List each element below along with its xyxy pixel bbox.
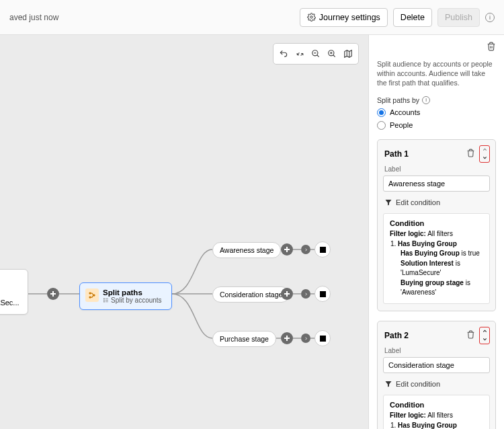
canvas[interactable]: ing ent umaSec... Split paths Split by a…	[0, 35, 368, 429]
edit-condition-button[interactable]: Edit condition	[378, 380, 495, 395]
publish-button: Publish	[437, 8, 480, 27]
add-node-button[interactable]	[281, 332, 293, 344]
radio-icon	[377, 108, 386, 117]
svg-rect-27	[103, 301, 105, 303]
add-node-button[interactable]	[47, 288, 59, 300]
path-card-2: Path 2 Label Edit condition Condition Fi…	[377, 321, 496, 429]
path-card-1: Path 1 Label Edit condition Condition Fi…	[377, 139, 496, 311]
journey-settings-label: Journey settings	[319, 13, 380, 22]
label-field-label: Label	[378, 165, 495, 176]
collapse-button[interactable]	[292, 46, 307, 61]
delete-node-button[interactable]	[487, 42, 496, 54]
condition-summary: Condition Filter logic: All filters Has …	[383, 213, 490, 304]
svg-point-0	[310, 16, 312, 18]
undo-button[interactable]	[276, 46, 291, 61]
saved-indicator: aved just now	[9, 13, 58, 22]
info-icon[interactable]: i	[422, 96, 430, 104]
path2-title: Path 2	[384, 331, 409, 340]
svg-line-7	[333, 55, 335, 57]
end-node[interactable]	[314, 286, 331, 302]
journey-settings-button[interactable]: Journey settings	[300, 8, 388, 27]
minimap-button[interactable]	[341, 46, 355, 61]
reorder-buttons	[479, 145, 490, 163]
label-field-label: Label	[378, 347, 495, 357]
branch-consideration[interactable]: Consideration stage	[212, 286, 290, 303]
delete-path-button[interactable]	[466, 329, 475, 342]
svg-rect-25	[103, 299, 105, 300]
expand-icon[interactable]	[301, 334, 310, 343]
radio-icon	[377, 121, 386, 130]
panel-description: Split audience by accounts or people wit…	[377, 59, 496, 88]
condition-summary: Condition Filter logic: All filters Has …	[383, 395, 490, 429]
filter-icon	[384, 380, 392, 388]
split-subtitle: Split by accounts	[103, 297, 162, 304]
split-title: Split paths	[103, 288, 162, 297]
add-node-button[interactable]	[281, 288, 293, 300]
svg-point-22	[89, 292, 91, 294]
properties-panel: Split audience by accounts or people wit…	[368, 35, 504, 429]
move-up-button[interactable]	[480, 327, 489, 336]
topbar-actions: Journey settings Delete Publish i	[300, 8, 495, 27]
svg-rect-26	[103, 300, 105, 301]
radio-people[interactable]: People	[377, 121, 496, 130]
topbar: aved just now Journey settings Delete Pu…	[0, 0, 504, 35]
card-line2: ent	[0, 286, 22, 298]
svg-point-23	[89, 297, 91, 298]
expand-icon[interactable]	[301, 289, 310, 299]
zoom-out-button[interactable]	[308, 46, 323, 61]
branch-purchase[interactable]: Purchase stage	[212, 331, 276, 347]
expand-icon[interactable]	[301, 245, 310, 254]
info-icon[interactable]: i	[485, 13, 495, 22]
gear-icon	[307, 13, 316, 22]
end-node[interactable]	[314, 330, 331, 346]
split-icon	[85, 288, 99, 302]
move-down-button[interactable]	[480, 154, 489, 162]
previous-node-card[interactable]: ing ent umaSec...	[0, 269, 28, 315]
card-line3: umaSec...	[0, 297, 22, 309]
card-line1: ing	[0, 275, 22, 286]
path1-title: Path 1	[384, 149, 409, 159]
add-node-button[interactable]	[281, 243, 293, 256]
end-node[interactable]	[314, 241, 331, 258]
move-down-button[interactable]	[480, 336, 489, 344]
split-paths-node[interactable]: Split paths Split by accounts	[79, 282, 172, 310]
path1-label-input[interactable]	[383, 176, 490, 192]
path2-label-input[interactable]	[383, 357, 490, 373]
radio-accounts[interactable]: Accounts	[377, 108, 496, 117]
delete-path-button[interactable]	[466, 148, 475, 160]
canvas-toolbar	[273, 43, 359, 65]
split-by-label: Split paths by i	[377, 96, 496, 104]
zoom-in-button[interactable]	[325, 46, 339, 61]
svg-point-24	[93, 295, 95, 296]
move-up-button[interactable]	[480, 146, 489, 154]
svg-line-3	[317, 55, 319, 57]
filter-icon	[384, 198, 392, 206]
branch-awareness[interactable]: Awareness stage	[212, 242, 281, 258]
edit-condition-button[interactable]: Edit condition	[378, 198, 495, 213]
reorder-buttons	[479, 327, 490, 344]
delete-button[interactable]: Delete	[393, 8, 432, 27]
